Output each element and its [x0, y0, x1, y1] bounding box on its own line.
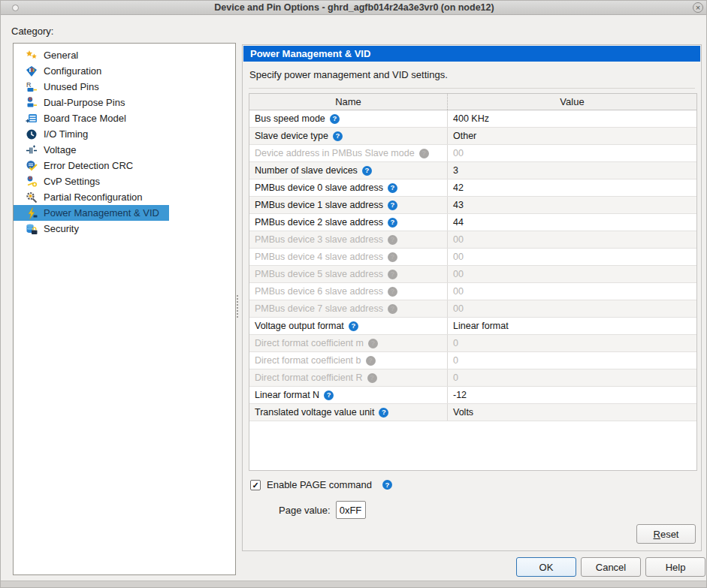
row-value[interactable]: 00: [448, 283, 696, 300]
enable-page-checkbox[interactable]: ✓: [250, 480, 261, 490]
cancel-button[interactable]: Cancel: [581, 557, 641, 577]
row-value[interactable]: Volts: [448, 404, 696, 421]
row-value[interactable]: 0: [448, 352, 696, 369]
help-icon[interactable]: ?: [388, 235, 397, 245]
category-item-label: I/O Timing: [44, 128, 88, 140]
table-row[interactable]: Translated voltage value unit?Volts: [249, 404, 696, 421]
table-row[interactable]: Bus speed mode?400 KHz: [249, 110, 696, 128]
table-row[interactable]: PMBus device 1 slave address?43: [249, 197, 696, 214]
help-icon[interactable]: ?: [367, 373, 377, 383]
help-icon[interactable]: ?: [388, 183, 397, 193]
window-title: Device and Pin Options - ghrd_agfb014r24…: [1, 2, 707, 14]
enable-page-label: Enable PAGE command: [267, 479, 372, 490]
row-name: Voltage output format: [255, 318, 344, 334]
table-row[interactable]: PMBus device 3 slave address?00: [249, 231, 696, 249]
row-value[interactable]: 42: [448, 179, 696, 196]
row-name: Number of slave devices: [255, 162, 358, 179]
page-value-input[interactable]: [336, 501, 366, 519]
help-icon[interactable]: ?: [366, 356, 376, 366]
device-pin-options-dialog: Device and Pin Options - ghrd_agfb014r24…: [0, 0, 707, 588]
category-item-label: General: [44, 50, 78, 61]
row-name: Bus speed mode: [255, 110, 325, 127]
table-row[interactable]: PMBus device 2 slave address?44: [249, 214, 696, 231]
category-item-power-management-vid[interactable]: Power Management & VID: [14, 205, 169, 221]
svg-text:R: R: [26, 81, 32, 89]
category-item-label: CvP Settings: [44, 176, 100, 187]
help-icon[interactable]: ?: [379, 408, 388, 418]
row-value[interactable]: 0: [448, 335, 696, 351]
row-value[interactable]: 44: [448, 214, 696, 231]
row-value[interactable]: 00: [448, 266, 696, 282]
row-value[interactable]: Linear format: [448, 318, 696, 334]
category-item-dual-purpose-pins[interactable]: Dual-Purpose Pins: [14, 95, 134, 110]
help-icon[interactable]: ?: [349, 321, 358, 331]
row-value[interactable]: 00: [448, 145, 696, 161]
category-item-configuration[interactable]: Configuration: [14, 63, 111, 79]
help-icon[interactable]: ?: [388, 270, 397, 279]
table-row[interactable]: Slave device type?Other: [249, 128, 696, 145]
unused-pins-icon: R: [26, 81, 38, 93]
help-icon[interactable]: ?: [382, 480, 392, 490]
table-row[interactable]: Linear format N?-12: [249, 387, 696, 404]
row-name: Direct format coefficient R: [255, 369, 363, 386]
table-row[interactable]: Device address in PMBus Slave mode?00: [249, 145, 696, 162]
table-row[interactable]: Direct format coefficient b?0: [249, 352, 696, 369]
titlebar[interactable]: Device and Pin Options - ghrd_agfb014r24…: [1, 1, 707, 15]
splitter-handle[interactable]: [237, 295, 238, 318]
row-value[interactable]: 0: [448, 369, 696, 386]
ok-button[interactable]: OK: [516, 557, 576, 577]
category-item-unused-pins[interactable]: RUnused Pins: [14, 79, 109, 95]
help-icon[interactable]: ?: [388, 252, 397, 262]
help-icon[interactable]: ?: [388, 304, 397, 314]
table-row[interactable]: Direct format coefficient m?0: [249, 335, 696, 352]
category-item-security[interactable]: Security: [14, 221, 89, 237]
category-item-general[interactable]: General: [14, 47, 88, 63]
reset-button[interactable]: Reset: [636, 524, 696, 544]
row-name: PMBus device 4 slave address: [255, 249, 383, 265]
table-row[interactable]: PMBus device 0 slave address?42: [249, 179, 696, 197]
table-row[interactable]: Direct format coefficient R?0: [249, 369, 696, 387]
row-name: PMBus device 7 slave address: [255, 300, 383, 317]
row-value[interactable]: -12: [448, 387, 696, 403]
help-icon[interactable]: ?: [388, 201, 397, 210]
help-icon[interactable]: ?: [388, 218, 397, 228]
row-name: PMBus device 2 slave address: [255, 214, 383, 231]
help-icon[interactable]: ?: [419, 149, 429, 158]
category-item-label: Error Detection CRC: [44, 160, 133, 171]
category-item-label: Unused Pins: [44, 81, 99, 92]
crc-shield-icon: [26, 160, 38, 172]
row-name: PMBus device 1 slave address: [255, 197, 383, 213]
partial-reconfiguration-icon: [26, 191, 38, 204]
row-value[interactable]: 400 KHz: [448, 110, 696, 127]
category-item-voltage[interactable]: Voltage: [14, 142, 86, 158]
help-icon[interactable]: ?: [368, 339, 378, 348]
column-header-value[interactable]: Value: [448, 94, 696, 110]
help-icon[interactable]: ?: [388, 287, 397, 297]
row-value[interactable]: Other: [448, 128, 696, 144]
column-header-name[interactable]: Name: [249, 94, 448, 110]
help-button[interactable]: Help: [645, 557, 705, 577]
category-item-error-detection-crc[interactable]: Error Detection CRC: [14, 158, 143, 173]
row-value[interactable]: 00: [448, 249, 696, 265]
help-icon[interactable]: ?: [362, 166, 372, 176]
row-value[interactable]: 3: [448, 162, 696, 179]
table-row[interactable]: Number of slave devices?3: [249, 162, 696, 179]
help-icon[interactable]: ?: [330, 114, 340, 124]
help-icon[interactable]: ?: [333, 131, 343, 141]
row-value[interactable]: 43: [448, 197, 696, 213]
table-row[interactable]: Voltage output format?Linear format: [249, 318, 696, 335]
help-icon[interactable]: ?: [324, 390, 334, 400]
row-value[interactable]: 00: [448, 231, 696, 248]
table-row[interactable]: PMBus device 7 slave address?00: [249, 300, 696, 318]
close-icon[interactable]: ×: [693, 2, 703, 13]
row-value[interactable]: 00: [448, 300, 696, 317]
category-item-cvp-settings[interactable]: CvP Settings: [14, 173, 110, 189]
category-item-board-trace-model[interactable]: Board Trace Model: [14, 110, 136, 126]
table-row[interactable]: PMBus device 5 slave address?00: [249, 266, 696, 283]
category-item-label: Power Management & VID: [44, 207, 159, 219]
table-row[interactable]: PMBus device 6 slave address?00: [249, 283, 696, 300]
clock-icon: [26, 128, 38, 140]
table-row[interactable]: PMBus device 4 slave address?00: [249, 249, 696, 266]
category-item-i-o-timing[interactable]: I/O Timing: [14, 126, 98, 142]
category-item-partial-reconfiguration[interactable]: Partial Reconfiguration: [14, 189, 153, 205]
